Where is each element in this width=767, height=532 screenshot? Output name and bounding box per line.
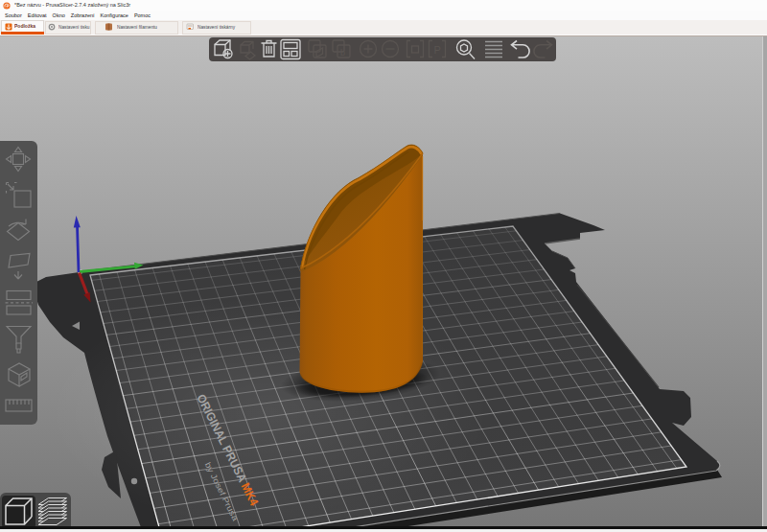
svg-text:b: b [340,48,345,58]
svg-text:P: P [434,43,441,55]
